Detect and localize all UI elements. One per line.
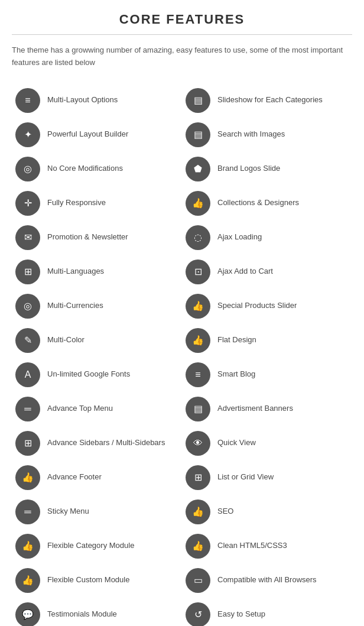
feature-icon-advance-sidebars: ⊞ [15, 431, 40, 456]
feature-item-flat-design: 👍Flat Design [182, 323, 352, 358]
feature-icon-multi-color: ✎ [15, 328, 40, 353]
intro-text: The theme has a growwing number of amazi… [12, 44, 352, 69]
feature-item-ajax-loading: ◌Ajax Loading [182, 220, 352, 255]
feature-icon-list-grid-view: ⊞ [186, 465, 210, 490]
feature-item-sticky-menu: ═Sticky Menu [12, 495, 182, 529]
feature-icon-special-products-slider: 👍 [186, 294, 210, 319]
feature-label-quick-view: Quick View [217, 438, 256, 448]
feature-item-compatible-browsers: ▭Compatible with All Browsers [182, 563, 352, 598]
feature-icon-collections-designers: 👍 [186, 191, 210, 216]
feature-icon-ajax-add-cart: ⊡ [186, 260, 210, 284]
feature-icon-flexible-category: 👍 [15, 534, 40, 559]
feature-icon-flat-design: 👍 [186, 328, 210, 353]
feature-label-advance-sidebars: Advance Sidebars / Multi-Sidebars [47, 438, 165, 448]
feature-item-easy-to-setup: ↺Easy to Setup [182, 598, 352, 626]
feature-label-multi-languages: Multi-Languages [47, 267, 104, 277]
feature-item-special-products-slider: 👍Special Products Slider [182, 289, 352, 323]
feature-label-flexible-custom: Flexible Custom Module [47, 575, 129, 585]
feature-item-ajax-add-cart: ⊡Ajax Add to Cart [182, 255, 352, 289]
feature-icon-easy-to-setup: ↺ [186, 602, 210, 626]
feature-item-collections-designers: 👍Collections & Designers [182, 186, 352, 220]
feature-icon-sticky-menu: ═ [15, 499, 40, 524]
feature-label-no-core-mods: No Core Modifications [47, 164, 123, 174]
feature-icon-testimonials-module: 💬 [15, 602, 40, 626]
feature-item-multi-languages: ⊞Multi-Languages [12, 255, 182, 289]
feature-icon-compatible-browsers: ▭ [186, 568, 210, 593]
feature-icon-multi-layout: ≡ [15, 88, 40, 113]
feature-item-advance-footer: 👍Advance Footer [12, 460, 182, 495]
feature-label-unlimited-google-fonts: Un-limited Google Fonts [47, 369, 130, 380]
feature-item-flexible-category: 👍Flexible Category Module [12, 529, 182, 563]
feature-icon-layout-builder: ✦ [15, 122, 40, 147]
feature-icon-smart-blog: ≡ [186, 362, 210, 387]
feature-label-advance-footer: Advance Footer [47, 472, 102, 482]
feature-label-ajax-add-cart: Ajax Add to Cart [217, 267, 273, 277]
feature-item-no-core-mods: ◎No Core Modifications [12, 152, 182, 186]
feature-icon-clean-html5: 👍 [186, 534, 210, 559]
feature-label-multi-color: Multi-Color [47, 335, 84, 345]
features-grid: ≡Multi-Layout Options▤Slideshow for Each… [12, 83, 352, 626]
feature-item-flexible-custom: 👍Flexible Custom Module [12, 563, 182, 598]
feature-item-slideshow-categories: ▤Slideshow for Each Categories [182, 83, 352, 118]
feature-icon-advance-top-menu: ═ [15, 397, 40, 421]
feature-icon-quick-view: 👁 [186, 431, 210, 456]
feature-icon-seo: 👍 [186, 499, 210, 524]
feature-label-smart-blog: Smart Blog [217, 369, 255, 380]
feature-item-advance-sidebars: ⊞Advance Sidebars / Multi-Sidebars [12, 426, 182, 460]
feature-icon-brand-logos: ⬟ [186, 157, 210, 181]
feature-label-sticky-menu: Sticky Menu [47, 507, 89, 517]
page-container: CORE FEATURES The theme has a growwing n… [0, 0, 364, 626]
feature-label-seo: SEO [217, 507, 233, 517]
feature-item-brand-logos: ⬟Brand Logos Slide [182, 152, 352, 186]
feature-icon-advance-footer: 👍 [15, 465, 40, 490]
feature-item-multi-currencies: ◎Multi-Currencies [12, 289, 182, 323]
feature-item-seo: 👍SEO [182, 495, 352, 529]
feature-item-smart-blog: ≡Smart Blog [182, 358, 352, 392]
feature-label-special-products-slider: Special Products Slider [217, 301, 297, 311]
feature-label-fully-responsive: Fully Responsive [47, 198, 106, 208]
feature-label-advertisment-banners: Advertisment Banners [217, 404, 293, 414]
feature-icon-no-core-mods: ◎ [15, 157, 40, 181]
feature-item-search-images: ▤Search with Images [182, 118, 352, 152]
feature-label-easy-to-setup: Easy to Setup [217, 609, 265, 619]
feature-icon-multi-languages: ⊞ [15, 260, 40, 284]
feature-label-list-grid-view: List or Grid View [217, 472, 274, 482]
feature-item-promotion-newsletter: ✉Promotion & Newsletter [12, 220, 182, 255]
feature-item-clean-html5: 👍Clean HTML5/CSS3 [182, 529, 352, 563]
feature-label-collections-designers: Collections & Designers [217, 198, 299, 208]
feature-icon-slideshow-categories: ▤ [186, 88, 210, 113]
feature-icon-advertisment-banners: ▤ [186, 397, 210, 421]
feature-label-multi-currencies: Multi-Currencies [47, 301, 103, 311]
feature-item-list-grid-view: ⊞List or Grid View [182, 460, 352, 495]
page-title: CORE FEATURES [12, 12, 352, 35]
feature-label-compatible-browsers: Compatible with All Browsers [217, 575, 317, 585]
feature-icon-ajax-loading: ◌ [186, 225, 210, 250]
feature-label-testimonials-module: Testimonials Module [47, 609, 117, 619]
feature-item-advance-top-menu: ═Advance Top Menu [12, 392, 182, 426]
feature-label-flat-design: Flat Design [217, 335, 256, 345]
feature-label-multi-layout: Multi-Layout Options [47, 95, 118, 105]
feature-item-unlimited-google-fonts: AUn-limited Google Fonts [12, 358, 182, 392]
feature-icon-search-images: ▤ [186, 122, 210, 147]
feature-item-multi-layout: ≡Multi-Layout Options [12, 83, 182, 118]
feature-label-brand-logos: Brand Logos Slide [217, 164, 280, 174]
feature-item-multi-color: ✎Multi-Color [12, 323, 182, 358]
feature-icon-multi-currencies: ◎ [15, 294, 40, 319]
feature-label-search-images: Search with Images [217, 129, 285, 140]
feature-label-flexible-category: Flexible Category Module [47, 541, 134, 551]
feature-label-slideshow-categories: Slideshow for Each Categories [217, 95, 323, 105]
feature-icon-unlimited-google-fonts: A [15, 362, 40, 387]
feature-label-promotion-newsletter: Promotion & Newsletter [47, 232, 128, 242]
feature-item-layout-builder: ✦Powerful Layout Builder [12, 118, 182, 152]
feature-label-clean-html5: Clean HTML5/CSS3 [217, 541, 287, 551]
feature-icon-fully-responsive: ✛ [15, 191, 40, 216]
feature-item-fully-responsive: ✛Fully Responsive [12, 186, 182, 220]
feature-item-advertisment-banners: ▤Advertisment Banners [182, 392, 352, 426]
feature-icon-flexible-custom: 👍 [15, 568, 40, 593]
feature-item-quick-view: 👁Quick View [182, 426, 352, 460]
feature-label-layout-builder: Powerful Layout Builder [47, 129, 128, 140]
feature-icon-promotion-newsletter: ✉ [15, 225, 40, 250]
feature-label-advance-top-menu: Advance Top Menu [47, 404, 113, 414]
feature-item-testimonials-module: 💬Testimonials Module [12, 598, 182, 626]
feature-label-ajax-loading: Ajax Loading [217, 232, 262, 242]
